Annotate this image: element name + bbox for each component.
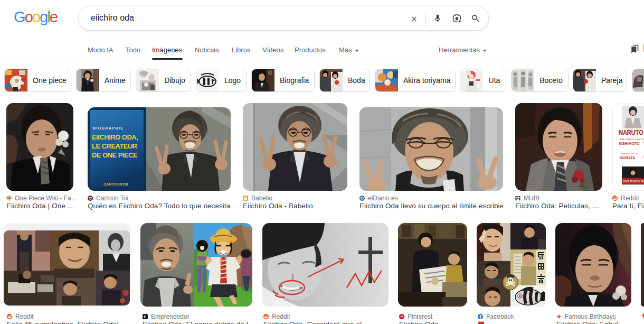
svg-text:B: B [244,196,247,201]
svg-text:EIICHIRO ODA,: EIICHIRO ODA, [92,133,138,141]
svg-text:NARUTO: NARUTO [619,129,643,136]
svg-text:ONE PUNCH MAN: ONE PUNCH MAN [623,180,644,183]
svg-text:BIOGRAPHIE: BIOGRAPHIE [93,126,124,130]
svg-text:CARTOONTOI: CARTOONTOI [103,182,128,186]
svg-text:THE CHRONICLES OF: THE CHRONICLES OF [620,138,644,141]
svg-text:KISHIMOTO: KISHIMOTO [619,142,640,145]
svg-text:MURATA: MURATA [620,156,635,160]
svg-text:E: E [144,315,147,319]
svg-text:LE CREATEUR: LE CREATEUR [92,142,137,150]
svg-text:DE ONE PIECE: DE ONE PIECE [92,151,138,159]
svg-text:P: P [401,314,403,319]
svg-text:THE SKILLS OF: THE SKILLS OF [621,152,638,155]
